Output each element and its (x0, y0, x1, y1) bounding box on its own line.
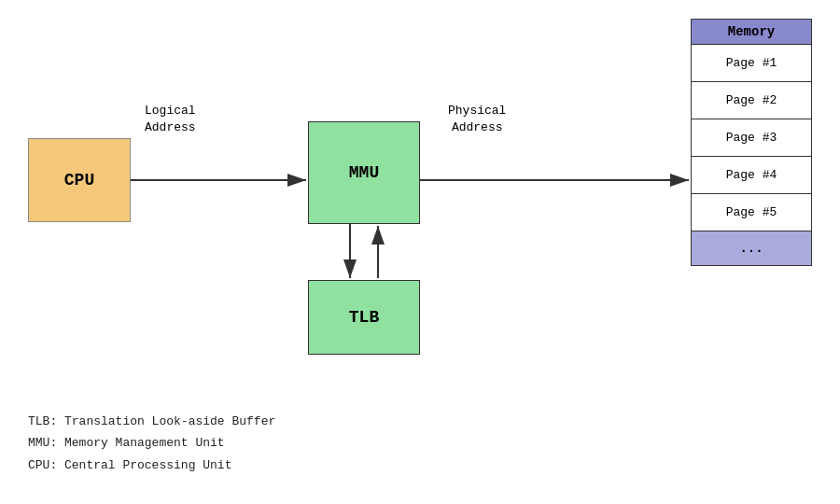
legend-mmu: MMU: Memory Management Unit (28, 432, 275, 454)
tlb-box: TLB (308, 280, 420, 355)
memory-header: Memory (691, 19, 812, 45)
physical-address-label: Physical Address (448, 103, 506, 136)
legend-cpu: CPU: Central Processing Unit (28, 455, 275, 476)
logical-address-label: Logical Address (145, 103, 196, 136)
cpu-box: CPU (28, 138, 131, 222)
legend: TLB: Translation Look-aside Buffer MMU: … (28, 411, 275, 476)
memory-page-1: Page #1 (691, 45, 812, 82)
tlb-label: TLB (349, 308, 379, 327)
mmu-box: MMU (308, 121, 420, 224)
memory-page-4: Page #4 (691, 157, 812, 194)
mmu-label: MMU (349, 163, 379, 182)
legend-tlb: TLB: Translation Look-aside Buffer (28, 411, 275, 432)
memory-block: Memory Page #1 Page #2 Page #3 Page #4 P… (691, 19, 812, 266)
memory-ellipsis: ... (691, 231, 812, 266)
memory-page-3: Page #3 (691, 119, 812, 157)
memory-page-2: Page #2 (691, 82, 812, 119)
cpu-label: CPU (64, 171, 94, 189)
diagram-area: CPU MMU TLB Memory Page #1 Page #2 Page … (0, 0, 840, 504)
memory-page-5: Page #5 (691, 194, 812, 231)
